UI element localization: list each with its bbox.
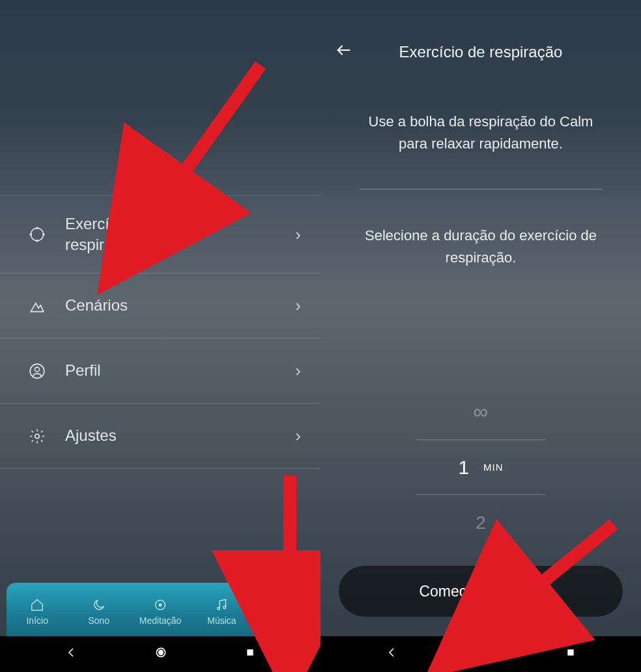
android-recents-icon[interactable] [245, 647, 255, 661]
gear-icon [27, 427, 47, 446]
mountains-icon [27, 296, 47, 316]
menu-item-breathing-exercise[interactable]: Exercício de respiração › [0, 195, 320, 273]
divider [360, 189, 602, 189]
start-breathing-button[interactable]: Comece a respirar [339, 566, 623, 617]
subtitle-text: Selecione a duração do exercício de resp… [350, 225, 612, 269]
svg-rect-14 [248, 649, 253, 655]
svg-point-9 [159, 604, 162, 606]
nav-label: Mais [274, 615, 293, 626]
nav-label: Meditação [139, 615, 182, 626]
android-home-icon[interactable] [475, 646, 488, 662]
menu-item-label: Ajustes [65, 425, 295, 446]
menu-item-label: Cenários [65, 295, 295, 316]
android-back-icon[interactable] [386, 647, 397, 662]
page-title: Exercício de respiração [335, 43, 627, 61]
chevron-right-icon: › [295, 296, 301, 316]
nav-music[interactable]: Música [191, 587, 252, 636]
menu-item-scenes[interactable]: Cenários › [0, 273, 320, 339]
android-system-nav [0, 636, 320, 672]
nav-sleep[interactable]: Sono [68, 587, 129, 636]
svg-point-16 [479, 651, 484, 655]
menu-icon [276, 597, 291, 613]
chevron-right-icon: › [295, 361, 301, 381]
nav-label: Música [207, 615, 236, 626]
home-icon [29, 597, 45, 613]
menu-item-profile[interactable]: Perfil › [0, 339, 320, 404]
intro-text: Use a bolha da respiração do Calm para r… [353, 111, 608, 155]
moon-icon [91, 597, 107, 613]
android-recents-icon[interactable] [565, 647, 576, 661]
music-icon [214, 597, 229, 613]
more-menu-list: Exercício de respiração › Cenários › Per… [0, 195, 320, 469]
bottom-nav: Início Sono Meditação Música Mais [7, 583, 314, 636]
picker-value: ∞ [474, 400, 489, 424]
menu-item-label: Perfil [65, 360, 295, 381]
chevron-right-icon: › [295, 225, 301, 245]
android-home-icon[interactable] [154, 646, 167, 662]
annotation-arrow [264, 469, 316, 595]
meditation-icon [152, 597, 168, 613]
svg-point-6 [35, 367, 40, 371]
svg-point-3 [30, 234, 31, 235]
picker-option-infinity[interactable]: ∞ [416, 384, 546, 440]
picker-option-2[interactable]: 2 [416, 495, 546, 550]
nav-meditate[interactable]: Meditação [130, 587, 191, 636]
picker-value: 2 [476, 512, 486, 533]
breathing-icon [27, 225, 47, 244]
chevron-right-icon: › [295, 426, 301, 446]
svg-point-10 [218, 608, 220, 610]
nav-label: Sono [88, 615, 109, 626]
svg-point-13 [159, 651, 164, 655]
menu-item-label: Exercício de respiração [65, 214, 295, 256]
android-system-nav [320, 636, 641, 672]
screen-header: Exercício de respiração [320, 33, 641, 72]
svg-point-7 [35, 434, 40, 438]
svg-point-2 [36, 240, 38, 242]
duration-picker[interactable]: ∞ 1 MIN 2 [320, 384, 641, 553]
cta-label: Comece a respirar [419, 583, 542, 600]
android-back-icon[interactable] [65, 647, 77, 662]
svg-point-1 [36, 227, 38, 229]
svg-point-4 [43, 234, 44, 235]
svg-point-11 [223, 606, 226, 609]
right-screen: Exercício de respiração Use a bolha da r… [320, 0, 641, 672]
left-screen: Exercício de respiração › Cenários › Per… [0, 0, 320, 672]
nav-label: Início [26, 615, 48, 626]
nav-home[interactable]: Início [7, 587, 68, 636]
picker-value: 1 [458, 456, 469, 479]
annotation-arrow [156, 55, 274, 208]
nav-more[interactable]: Mais [253, 587, 314, 636]
svg-rect-17 [568, 649, 574, 655]
profile-icon [27, 361, 47, 381]
picker-option-selected[interactable]: 1 MIN [416, 440, 546, 495]
picker-unit: MIN [483, 462, 504, 473]
menu-item-settings[interactable]: Ajustes › [0, 404, 320, 469]
svg-point-0 [31, 228, 44, 241]
